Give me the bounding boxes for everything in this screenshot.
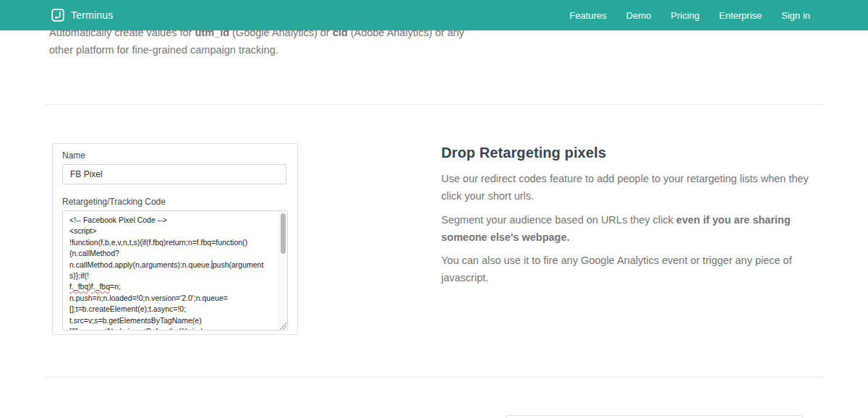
main-nav: Features Demo Pricing Enterprise Sign in — [569, 0, 810, 30]
textarea-resize-handle[interactable] — [279, 322, 286, 329]
next-section-card-peek — [506, 415, 803, 418]
section-divider — [45, 377, 825, 378]
code-scrollbar-track[interactable] — [278, 211, 287, 330]
retargeting-paragraph-3: You can also use it to fire any Google A… — [441, 252, 846, 286]
brand-link[interactable]: Terminus — [51, 0, 113, 30]
nav-item-demo[interactable]: Demo — [626, 10, 652, 21]
pixel-name-input[interactable] — [62, 164, 286, 184]
tracking-code-textarea[interactable]: <!-- Facebook Pixel Code --><script>!fun… — [62, 210, 288, 330]
section-divider — [45, 104, 825, 105]
tracking-code-content: <!-- Facebook Pixel Code --><script>!fun… — [63, 211, 277, 330]
tracking-code-label: Retargeting/Tracking Code — [62, 197, 166, 207]
text-caret — [211, 260, 213, 269]
pixel-form-card: Name Retargeting/Tracking Code <!-- Face… — [52, 143, 298, 335]
nav-item-features[interactable]: Features — [569, 10, 606, 21]
top-nav-bar: Terminus Features Demo Pricing Enterpris… — [0, 0, 868, 30]
paragraph-text: Segment your audience based on URLs they… — [441, 214, 676, 226]
brand-name: Terminus — [71, 9, 113, 21]
terminus-logo-icon — [51, 9, 64, 22]
page: Terminus Features Demo Pricing Enterpris… — [0, 0, 868, 418]
section-title: Drop Retargeting pixels — [441, 145, 606, 161]
retargeting-paragraph-2: Segment your audience based on URLs they… — [441, 212, 846, 246]
nav-item-enterprise[interactable]: Enterprise — [719, 10, 762, 21]
retargeting-paragraph-1: Use our redirect codes feature to add pe… — [441, 171, 846, 205]
name-field-label: Name — [62, 150, 85, 161]
code-scrollbar-thumb[interactable] — [281, 213, 286, 254]
nav-item-pricing[interactable]: Pricing — [671, 10, 699, 21]
nav-item-sign-in[interactable]: Sign in — [781, 10, 810, 21]
